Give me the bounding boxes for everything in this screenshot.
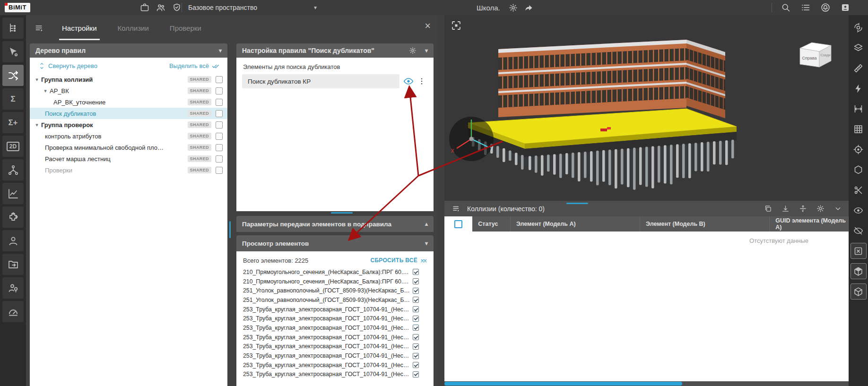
column-header[interactable]: Элемент (Модель A) <box>511 216 640 232</box>
element-row[interactable]: 253_Труба_круглая_электросварная_ГОСТ_10… <box>236 305 434 314</box>
element-row[interactable]: 251_Уголок_равнополочный_(ГОСТ_8509-93)(… <box>236 295 434 305</box>
element-row[interactable]: 253_Труба_круглая_электросварная_ГОСТ_10… <box>236 314 434 323</box>
hierarchy-icon[interactable] <box>2 159 24 180</box>
rule-name-field[interactable]: Поиск дубликатов КР <box>242 74 399 88</box>
rule-settings-header[interactable]: Настройка правила "Поиск дубликатов" ▾ <box>236 43 434 58</box>
close-icon[interactable]: × <box>425 21 431 31</box>
element-row[interactable]: 253_Труба_круглая_электросварная_ГОСТ_10… <box>236 370 434 379</box>
select-all-checkbox[interactable] <box>454 220 462 228</box>
element-checkbox[interactable] <box>413 316 419 322</box>
shield-check-icon[interactable] <box>172 3 182 12</box>
dashboard-gauge-icon[interactable] <box>2 301 24 322</box>
plugins-icon[interactable] <box>2 206 24 228</box>
transparent-cube-icon[interactable] <box>851 263 867 279</box>
reset-all-link[interactable]: СБРОСИТЬ ВСЁ <box>370 257 417 264</box>
element-row[interactable]: 210_Прямоугольного_сечения_(НесКаркас_Ба… <box>236 267 434 277</box>
shape-polygon-icon[interactable] <box>851 162 867 178</box>
shared-folder-icon[interactable] <box>2 254 24 275</box>
user-avatar-icon[interactable] <box>841 3 850 12</box>
collapse-tree-link[interactable]: Свернуть дерево <box>48 62 97 69</box>
settings-gear-icon[interactable] <box>509 3 518 12</box>
element-row[interactable]: 210_Прямоугольного_сечения_(НесКаркас_Ба… <box>236 277 434 286</box>
tree-row[interactable]: АР_ВК_уточнениеSHARED <box>30 96 227 108</box>
tree-row[interactable]: контроль атрибутовSHARED <box>30 130 227 142</box>
double-x-icon[interactable] <box>420 257 428 265</box>
tree-item-checkbox[interactable] <box>216 121 223 129</box>
kebab-menu-icon[interactable] <box>417 77 426 86</box>
expand-caret-icon[interactable]: ▾ <box>33 77 41 83</box>
tree-row[interactable]: ▾АР_ВКSHARED <box>30 85 227 96</box>
column-header[interactable]: Элемент (Модель B) <box>640 216 770 232</box>
element-checkbox[interactable] <box>413 371 419 377</box>
element-checkbox[interactable] <box>413 306 419 312</box>
tab-1[interactable]: Коллизии <box>115 17 152 40</box>
users-icon[interactable] <box>2 230 24 251</box>
layers-icon[interactable] <box>851 40 867 56</box>
tree-item-checkbox[interactable] <box>216 99 223 106</box>
double-check-icon[interactable] <box>212 62 220 70</box>
tab-2[interactable]: Проверки <box>167 17 204 40</box>
solid-cube-icon[interactable] <box>851 283 867 300</box>
show-all-eye-icon[interactable] <box>851 202 867 218</box>
resize-handle[interactable] <box>331 212 353 214</box>
viewport-3d[interactable]: X Y Справа Сзади <box>444 15 849 201</box>
element-checkbox[interactable] <box>413 325 419 331</box>
measure-icon[interactable] <box>851 101 867 117</box>
tree-row[interactable]: ▾Группа проверокSHARED <box>30 119 227 130</box>
share-icon[interactable] <box>524 3 533 12</box>
ruler-icon[interactable] <box>851 60 867 76</box>
sum-plus-icon[interactable]: Σ+ <box>2 112 24 133</box>
align-center-icon[interactable] <box>799 205 807 213</box>
element-row[interactable]: 251_Уголок_равнополочный_(ГОСТ_8509-93)(… <box>236 286 434 295</box>
navigation-cube[interactable]: Справа Сзади <box>800 43 831 67</box>
tree-row[interactable]: ▾Группа коллизийSHARED <box>30 74 227 85</box>
section-cut-icon[interactable] <box>851 182 867 198</box>
chart-icon[interactable] <box>2 183 24 204</box>
tree-row[interactable]: ПроверкиSHARED <box>30 164 227 176</box>
team-icon[interactable] <box>156 3 165 12</box>
orbit-3d-icon[interactable] <box>851 19 867 35</box>
list-menu-icon[interactable] <box>801 3 810 12</box>
tree-row[interactable]: Проверка минимальной свободной площади с… <box>30 142 227 153</box>
expand-caret-icon[interactable]: ▾ <box>41 88 50 94</box>
frame-focus-icon[interactable] <box>452 22 460 29</box>
tree-row[interactable]: Поиск дубликатовSHARED <box>30 108 227 119</box>
clash-rules-icon[interactable] <box>2 65 24 86</box>
select-connect-icon[interactable] <box>2 41 24 62</box>
rules-tree-header[interactable]: Дерево правил ▾ <box>30 43 227 58</box>
tree-item-checkbox[interactable] <box>216 144 223 151</box>
element-checkbox[interactable] <box>413 362 419 368</box>
tab-0[interactable]: Настройки <box>59 17 100 40</box>
axis-gizmo[interactable]: X Y <box>449 117 494 161</box>
chevron-down-icon[interactable] <box>834 205 842 213</box>
element-row[interactable]: 253_Труба_круглая_электросварная_ГОСТ_10… <box>236 342 434 352</box>
chevron-down-icon[interactable]: ▾ <box>425 240 428 247</box>
element-row[interactable]: 253_Труба_круглая_электросварная_ГОСТ_10… <box>236 351 434 360</box>
view-2d-icon[interactable]: 2D <box>2 136 24 157</box>
element-row[interactable]: 253_Труба_круглая_электросварная_ГОСТ_10… <box>236 323 434 333</box>
select-all-link[interactable]: Выделить всё <box>169 62 209 69</box>
element-checkbox[interactable] <box>413 269 419 275</box>
column-header[interactable]: Статус <box>472 216 511 232</box>
unindent-icon[interactable] <box>35 24 44 33</box>
column-header[interactable]: GUID элемента (Модель A) <box>770 216 849 232</box>
expand-caret-icon[interactable]: ▾ <box>33 122 41 128</box>
isolate-box-icon[interactable] <box>851 243 867 259</box>
workspace-selector[interactable]: Базовое пространство ▾ <box>188 4 317 11</box>
tree-item-checkbox[interactable] <box>216 133 223 140</box>
search-icon[interactable] <box>781 3 790 12</box>
settings-gear-icon[interactable] <box>816 205 825 213</box>
tree-item-checkbox[interactable] <box>216 167 223 174</box>
tree-item-checkbox[interactable] <box>216 87 223 94</box>
transfer-params-header[interactable]: Параметры передачи элементов в подправил… <box>236 216 434 232</box>
element-checkbox[interactable] <box>413 278 419 284</box>
model-tree-icon[interactable] <box>2 17 24 39</box>
hide-eye-icon[interactable] <box>851 223 867 239</box>
scrollbar-thumb[interactable] <box>229 221 231 238</box>
tree-item-checkbox[interactable] <box>216 155 223 163</box>
eye-icon[interactable] <box>403 76 414 86</box>
tree-item-checkbox[interactable] <box>216 76 223 83</box>
scrollbar-thumb[interactable] <box>444 382 682 386</box>
tree-item-checkbox[interactable] <box>216 110 223 117</box>
chevron-down-icon[interactable]: ▾ <box>425 47 428 54</box>
